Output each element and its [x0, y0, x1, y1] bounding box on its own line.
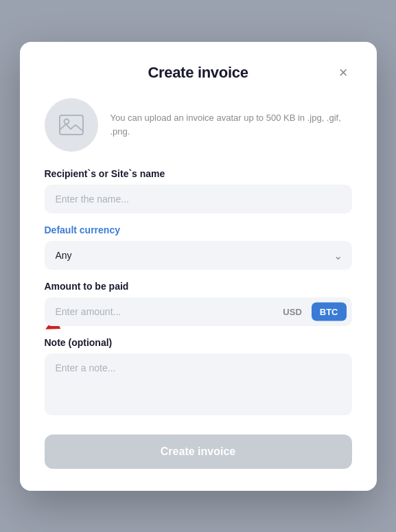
note-textarea[interactable] — [45, 354, 352, 415]
currency-field-group: Default currency Any USD BTC EUR ETH DOG… — [45, 224, 352, 270]
note-label: Note (optional) — [45, 337, 352, 348]
avatar-section: You can upload an invoice avatar up to 5… — [45, 98, 352, 152]
modal-title: Create invoice — [148, 64, 248, 82]
create-invoice-button[interactable]: Create invoice — [45, 435, 352, 469]
name-field-group: Recipient`s or Site`s name — [45, 168, 352, 213]
btc-button[interactable]: BTC — [312, 302, 347, 321]
modal-header: Create invoice × — [45, 64, 352, 82]
name-input[interactable] — [45, 185, 352, 213]
amount-input-wrapper: USD BTC — [45, 297, 352, 326]
currency-select-wrapper: Any USD BTC EUR ETH DOGE ⌄ — [45, 241, 352, 270]
default-currency-link[interactable]: Default currency — [45, 224, 352, 235]
image-icon — [59, 115, 84, 135]
currency-select[interactable]: Any USD BTC EUR ETH DOGE — [45, 241, 352, 270]
note-field-group: Note (optional) — [45, 337, 352, 418]
avatar-placeholder[interactable] — [45, 98, 98, 152]
svg-point-1 — [64, 119, 69, 124]
close-button[interactable]: × — [335, 62, 352, 83]
avatar-hint: You can upload an invoice avatar up to 5… — [110, 111, 352, 138]
amount-label: Amount to be paid — [45, 281, 352, 292]
currency-toggle: USD BTC — [275, 302, 346, 321]
create-invoice-modal: Create invoice × You can upload an invoi… — [20, 42, 377, 491]
usd-button[interactable]: USD — [275, 302, 310, 321]
svg-rect-0 — [60, 115, 83, 135]
name-label: Recipient`s or Site`s name — [45, 168, 352, 179]
amount-section: Amount to be paid USD BTC — [45, 281, 352, 326]
